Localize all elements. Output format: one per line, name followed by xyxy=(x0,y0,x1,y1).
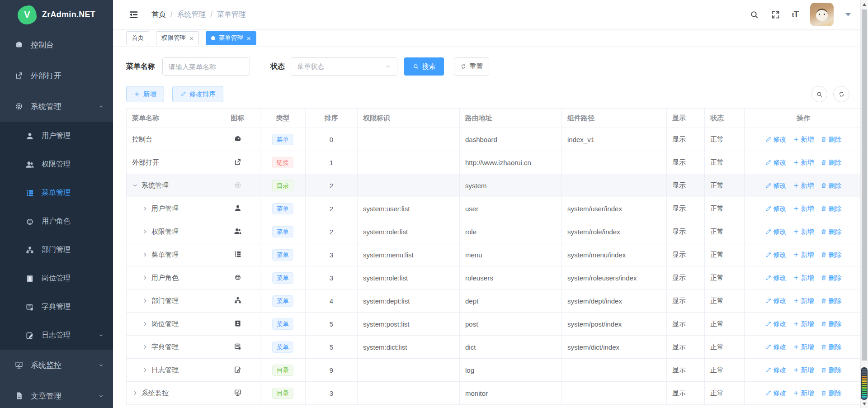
visible-cell: 显示 xyxy=(667,289,705,313)
edit-icon xyxy=(765,367,772,373)
row-action-edit-link[interactable]: 修改 xyxy=(765,366,787,375)
edit-sort-button[interactable]: 修改排序 xyxy=(172,86,223,102)
top-header: 首页 / 系统管理 / 菜单管理 tT xyxy=(113,0,868,29)
refresh-table-button[interactable] xyxy=(833,86,849,102)
scrollbar-down-arrow-icon[interactable] xyxy=(863,403,866,405)
tab-权限管理[interactable]: 权限管理× xyxy=(156,31,199,45)
sidebar-item-menu-tree[interactable]: 菜单管理 xyxy=(0,179,113,207)
sidebar-item-gear[interactable]: 系统管理 xyxy=(0,91,113,122)
chevron-right-icon[interactable] xyxy=(142,275,148,281)
row-action-edit-link[interactable]: 修改 xyxy=(765,204,787,213)
row-action-plus-link[interactable]: 新增 xyxy=(793,343,814,351)
type-tag: 目录 xyxy=(272,365,293,376)
search-button[interactable]: 搜索 xyxy=(404,57,444,76)
breadcrumb-home[interactable]: 首页 xyxy=(151,10,166,19)
status-select[interactable]: 菜单状态 xyxy=(291,57,397,76)
sidebar-item-users[interactable]: 权限管理 xyxy=(0,150,113,179)
row-action-plus-link[interactable]: 新增 xyxy=(793,274,814,282)
chevron-right-icon[interactable] xyxy=(142,321,148,327)
route-cell: dept xyxy=(460,289,562,313)
row-action-delete-link[interactable]: 删除 xyxy=(821,389,842,398)
row-action-edit-link[interactable]: 修改 xyxy=(765,320,787,328)
row-action-edit-link[interactable]: 修改 xyxy=(765,251,787,259)
chevron-right-icon[interactable] xyxy=(142,344,148,350)
row-action-plus-link[interactable]: 新增 xyxy=(793,297,814,305)
row-action-plus-link[interactable]: 新增 xyxy=(793,158,814,167)
row-action-plus-link[interactable]: 新增 xyxy=(793,228,814,236)
user-menu-caret-icon[interactable] xyxy=(845,13,851,19)
tab-label: 首页 xyxy=(132,34,144,42)
sidebar-item-user[interactable]: 用户管理 xyxy=(0,122,113,150)
row-action-plus-link[interactable]: 新增 xyxy=(793,366,814,375)
external-link-icon xyxy=(234,158,242,166)
row-action-delete-link[interactable]: 删除 xyxy=(821,297,842,305)
tab-菜单管理[interactable]: 菜单管理× xyxy=(206,31,256,45)
row-action-edit-link[interactable]: 修改 xyxy=(765,274,787,282)
row-action-plus-link[interactable]: 新增 xyxy=(793,181,814,190)
row-action-edit-link[interactable]: 修改 xyxy=(765,297,787,305)
tab-首页[interactable]: 首页 xyxy=(126,31,149,45)
row-action-plus-link[interactable]: 新增 xyxy=(793,204,814,213)
sidebar-item-dashboard[interactable]: 控制台 xyxy=(0,29,113,60)
delete-icon xyxy=(821,205,827,212)
chevron-right-icon[interactable] xyxy=(142,367,148,373)
chevron-right-icon[interactable] xyxy=(132,390,138,396)
fullscreen-icon[interactable] xyxy=(771,10,780,19)
chevron-right-icon[interactable] xyxy=(142,228,148,235)
add-menu-button[interactable]: 新增 xyxy=(126,86,164,102)
delete-icon xyxy=(821,321,827,327)
menu-name-input[interactable] xyxy=(162,57,250,76)
tab-close-icon[interactable]: × xyxy=(247,35,251,42)
font-size-icon[interactable]: tT xyxy=(792,9,798,19)
row-action-delete-link[interactable]: 删除 xyxy=(821,274,842,282)
row-action-plus-link[interactable]: 新增 xyxy=(793,135,814,144)
collapse-sidebar-icon[interactable] xyxy=(128,9,139,20)
page-scrollbar[interactable] xyxy=(860,0,868,408)
sidebar-item-dict-book[interactable]: 字典管理 xyxy=(0,293,113,321)
scrollbar-thumb[interactable] xyxy=(862,9,867,361)
avatar[interactable] xyxy=(810,3,834,26)
menu-name: 用户管理 xyxy=(151,204,179,213)
sidebar-item-badge[interactable]: 岗位管理 xyxy=(0,264,113,293)
breadcrumb-item: 系统管理 xyxy=(177,10,206,19)
row-action-delete-link[interactable]: 删除 xyxy=(821,343,842,351)
row-action-delete-link[interactable]: 删除 xyxy=(821,135,842,144)
row-action-delete-link[interactable]: 删除 xyxy=(821,204,842,213)
chevron-right-icon[interactable] xyxy=(142,205,148,212)
reset-button[interactable]: 重置 xyxy=(454,57,489,76)
row-action-delete-link[interactable]: 删除 xyxy=(821,228,842,236)
row-action-delete-link[interactable]: 删除 xyxy=(821,366,842,375)
perms-cell: system:user:list xyxy=(358,197,460,220)
row-action-edit-link[interactable]: 修改 xyxy=(765,343,787,351)
sidebar-item-external-link[interactable]: 外部打开 xyxy=(0,60,113,91)
sidebar-item-document[interactable]: 文章管理 xyxy=(0,380,113,408)
row-action-delete-link[interactable]: 删除 xyxy=(821,251,842,259)
app-logo-area[interactable]: V ZrAdmin.NET xyxy=(0,0,113,29)
chevron-right-icon[interactable] xyxy=(142,251,148,258)
robot-icon xyxy=(25,217,34,226)
scrollbar-up-arrow-icon[interactable] xyxy=(863,3,866,6)
row-action-plus-link[interactable]: 新增 xyxy=(793,251,814,259)
row-action-edit-link[interactable]: 修改 xyxy=(765,389,787,398)
chevron-down-icon[interactable] xyxy=(132,182,138,189)
sidebar-item-monitor[interactable]: 系统监控 xyxy=(0,350,113,380)
chevron-right-icon[interactable] xyxy=(142,298,148,304)
header-search-icon[interactable] xyxy=(750,10,759,19)
tab-close-icon[interactable]: × xyxy=(189,35,193,42)
row-action-delete-link[interactable]: 删除 xyxy=(821,158,842,167)
row-action-edit-link[interactable]: 修改 xyxy=(765,228,787,236)
row-action-plus-link[interactable]: 新增 xyxy=(793,389,814,398)
sidebar-item-robot[interactable]: 用户角色 xyxy=(0,207,113,236)
row-action-delete-link[interactable]: 删除 xyxy=(821,320,842,328)
row-action-edit-link[interactable]: 修改 xyxy=(765,158,787,167)
row-action-edit-link[interactable]: 修改 xyxy=(765,135,787,144)
sidebar-item-log-edit[interactable]: 日志管理 xyxy=(0,321,113,350)
row-action-plus-link[interactable]: 新增 xyxy=(793,320,814,328)
row-action-delete-link[interactable]: 删除 xyxy=(821,181,842,190)
type-tag: 菜单 xyxy=(272,318,293,330)
edit-icon xyxy=(765,390,772,396)
show-search-button[interactable] xyxy=(811,86,827,102)
row-action-edit-link[interactable]: 修改 xyxy=(765,181,787,190)
sidebar-item-org-tree[interactable]: 部门管理 xyxy=(0,236,113,264)
browser-extension-widget[interactable] xyxy=(861,367,868,400)
